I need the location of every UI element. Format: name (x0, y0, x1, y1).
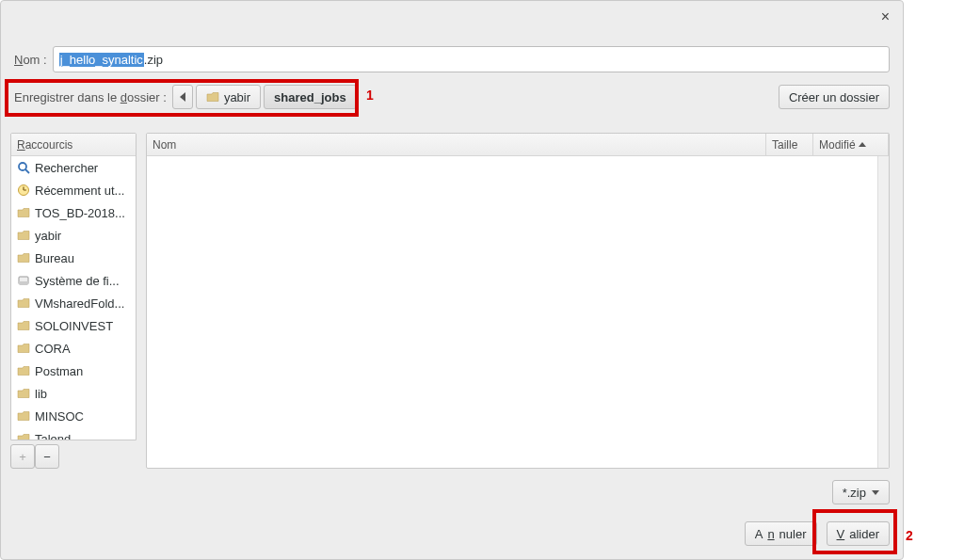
filename-input[interactable]: j_hello_synaltic.zip (53, 46, 890, 72)
folder-icon (16, 319, 30, 333)
filename-row: Nom : j_hello_synaltic.zip (14, 46, 890, 72)
chevron-down-icon (872, 490, 879, 495)
breadcrumb-back-button[interactable] (172, 85, 193, 109)
svg-point-0 (19, 163, 26, 170)
save-in-label: Enregistrer dans le dossier : (14, 90, 167, 104)
filename-selected-text: j_hello_synaltic (59, 53, 144, 67)
filename-extension: .zip (144, 53, 163, 67)
recent-icon (16, 184, 30, 198)
shortcut-item[interactable]: SOLOINVEST (11, 314, 136, 337)
shortcuts-header[interactable]: Raccourcis (11, 134, 136, 156)
folder-icon (16, 432, 30, 441)
folder-icon (16, 364, 30, 378)
search-icon (16, 161, 30, 175)
col-name[interactable]: Nom (147, 134, 766, 155)
shortcut-item[interactable]: yabir (11, 224, 136, 247)
folder-icon (16, 409, 30, 424)
annotation-label-1: 1 (366, 88, 374, 103)
shortcut-item[interactable]: MINSOC (11, 405, 136, 427)
shortcut-item[interactable]: Talend (11, 427, 136, 440)
shortcut-item[interactable]: Postman (11, 360, 136, 382)
scrollbar[interactable] (877, 156, 889, 468)
file-list[interactable]: Nom Taille Modifié (146, 133, 890, 469)
col-size[interactable]: Taille (766, 134, 813, 155)
shortcuts-panel: Raccourcis RechercherRécemment ut...TOS_… (10, 133, 137, 469)
svg-line-1 (25, 169, 29, 173)
folder-icon (16, 251, 30, 265)
remove-shortcut-button[interactable]: − (35, 444, 59, 469)
folder-row: Enregistrer dans le dossier : yabir shar… (14, 82, 890, 112)
shortcuts-buttons: + − (10, 444, 137, 469)
chevron-left-icon (180, 92, 185, 102)
file-save-dialog: × Nom : j_hello_synaltic.zip Enregistrer… (0, 0, 904, 560)
folder-icon (16, 296, 30, 311)
shortcut-item[interactable]: TOS_BD-2018... (11, 201, 136, 224)
breadcrumb-yabir[interactable]: yabir (196, 85, 261, 109)
shortcut-item[interactable]: Bureau (11, 247, 136, 269)
filetype-filter[interactable]: *.zip (832, 480, 890, 504)
svg-rect-6 (19, 281, 28, 284)
add-shortcut-button[interactable]: + (10, 444, 35, 469)
folder-icon (16, 206, 30, 220)
sort-asc-icon (859, 142, 866, 147)
create-folder-button[interactable]: Créer un dossier (779, 85, 890, 109)
shortcut-item[interactable]: Récemment ut... (11, 179, 136, 201)
dialog-buttons: Annuler Valider (745, 521, 890, 546)
file-columns: Nom Taille Modifié (147, 134, 889, 156)
shortcut-item[interactable]: Rechercher (11, 156, 136, 179)
annotation-label-2: 2 (906, 528, 913, 543)
lists-area: Raccourcis RechercherRécemment ut...TOS_… (10, 133, 890, 469)
ok-button[interactable]: Valider (827, 521, 890, 546)
disk-icon (16, 274, 30, 288)
cancel-button[interactable]: Annuler (745, 521, 817, 546)
col-modified[interactable]: Modifié (813, 134, 889, 155)
shortcuts-list: Raccourcis RechercherRécemment ut...TOS_… (10, 133, 137, 440)
shortcut-item[interactable]: lib (11, 382, 136, 405)
folder-icon (16, 387, 30, 401)
shortcut-item[interactable]: CORA (11, 337, 136, 360)
close-icon[interactable]: × (881, 8, 890, 25)
filter-row: *.zip (832, 480, 890, 504)
shortcut-item[interactable]: VMsharedFold... (11, 292, 136, 314)
folder-icon (16, 229, 30, 243)
folder-icon (206, 91, 219, 103)
filename-label: Nom : (14, 53, 47, 67)
file-panel: Nom Taille Modifié (146, 133, 890, 469)
shortcut-item[interactable]: Système de fi... (11, 269, 136, 292)
breadcrumb-shared-jobs[interactable]: shared_jobs (264, 85, 357, 109)
folder-icon (16, 342, 30, 356)
